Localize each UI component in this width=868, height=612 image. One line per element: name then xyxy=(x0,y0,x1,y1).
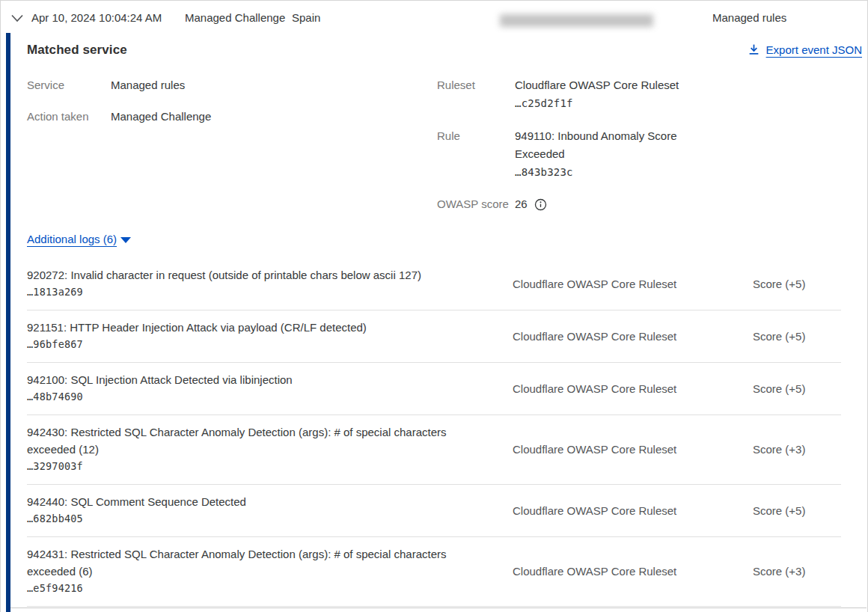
details-left-column: Service Managed rules Action taken Manag… xyxy=(27,76,211,139)
additional-logs-toggle[interactable]: Additional logs (6) xyxy=(27,233,131,245)
event-summary-row[interactable]: Apr 10, 2024 10:04:24 AM Managed Challen… xyxy=(1,1,867,33)
event-country: Spain xyxy=(292,10,320,25)
log-row: 942440: SQL Comment Sequence Detected …6… xyxy=(27,485,841,537)
log-rule-hash: …3297003f xyxy=(27,458,483,475)
log-ruleset: Cloudflare OWASP Core Ruleset xyxy=(513,504,753,517)
log-description: 942100: SQL Injection Attack Detected vi… xyxy=(27,371,483,388)
detail-row-rule: Rule 949110: Inbound Anomaly Score Excee… xyxy=(437,127,694,181)
redacted-host-value xyxy=(500,14,653,27)
log-row: 920272: Invalid character in request (ou… xyxy=(27,258,841,310)
log-rule-hash: …e5f94216 xyxy=(27,580,483,597)
log-score: Score (+5) xyxy=(753,382,841,395)
additional-logs-table: 920272: Invalid character in request (ou… xyxy=(27,258,841,607)
matched-service-panel: Matched service Export event JSON Servic… xyxy=(6,33,867,612)
detail-row-owasp-score: OWASP score 26 xyxy=(437,195,694,213)
log-row: 921151: HTTP Header Injection Attack via… xyxy=(27,310,841,363)
ruleset-hash: …c25d2f1f xyxy=(515,94,694,112)
log-description: 942431: Restricted SQL Character Anomaly… xyxy=(27,545,483,580)
rule-label: Rule xyxy=(437,127,515,181)
event-timestamp: Apr 10, 2024 10:04:24 AM xyxy=(31,10,162,25)
event-service: Managed rules xyxy=(712,10,786,25)
panel-title: Matched service xyxy=(27,43,127,58)
log-description: 921151: HTTP Header Injection Attack via… xyxy=(27,319,483,336)
log-rule-hash: …96bfe867 xyxy=(27,336,483,353)
action-taken-label: Action taken xyxy=(27,108,111,126)
details-right-column: Ruleset Cloudflare OWASP Core Ruleset …c… xyxy=(437,76,694,213)
log-ruleset: Cloudflare OWASP Core Ruleset xyxy=(513,278,753,290)
caret-down-icon xyxy=(120,237,131,243)
log-score: Score (+5) xyxy=(753,330,841,343)
info-icon[interactable] xyxy=(534,198,547,211)
panel-bottom-divider xyxy=(10,608,867,608)
log-ruleset: Cloudflare OWASP Core Ruleset xyxy=(513,443,753,456)
rule-value: 949110: Inbound Anomaly Score Exceeded xyxy=(515,127,694,163)
service-value: Managed rules xyxy=(111,76,185,94)
log-row: 942431: Restricted SQL Character Anomaly… xyxy=(27,537,841,607)
detail-row-action-taken: Action taken Managed Challenge xyxy=(27,108,211,126)
log-description: 942440: SQL Comment Sequence Detected xyxy=(27,493,483,510)
log-rule-hash: …48b74690 xyxy=(27,388,483,406)
rule-hash: …843b323c xyxy=(515,163,694,181)
log-score: Score (+3) xyxy=(753,565,841,578)
log-score: Score (+5) xyxy=(753,278,841,290)
action-taken-value: Managed Challenge xyxy=(111,108,211,126)
log-description: 920272: Invalid character in request (ou… xyxy=(27,266,483,284)
log-ruleset: Cloudflare OWASP Core Ruleset xyxy=(513,330,753,343)
owasp-score-value: 26 xyxy=(515,195,528,213)
download-icon xyxy=(748,43,760,56)
event-action: Managed Challenge xyxy=(185,10,285,25)
service-label: Service xyxy=(27,76,111,94)
chevron-down-icon[interactable] xyxy=(10,13,24,23)
ruleset-value: Cloudflare OWASP Core Ruleset xyxy=(515,76,694,94)
log-score: Score (+3) xyxy=(753,443,841,456)
log-row: 942430: Restricted SQL Character Anomaly… xyxy=(27,415,841,485)
log-ruleset: Cloudflare OWASP Core Ruleset xyxy=(513,565,753,578)
export-event-json-label: Export event JSON xyxy=(766,43,862,56)
export-event-json-link[interactable]: Export event JSON xyxy=(748,43,862,56)
log-ruleset: Cloudflare OWASP Core Ruleset xyxy=(513,382,753,395)
log-score: Score (+5) xyxy=(753,504,841,517)
log-description: 942430: Restricted SQL Character Anomaly… xyxy=(27,423,483,458)
additional-logs-label: Additional logs (6) xyxy=(27,233,117,245)
owasp-score-label: OWASP score xyxy=(437,195,515,213)
detail-row-service: Service Managed rules xyxy=(27,76,211,94)
log-rule-hash: …1813a269 xyxy=(27,284,483,301)
event-detail-page: Apr 10, 2024 10:04:24 AM Managed Challen… xyxy=(0,0,868,612)
ruleset-label: Ruleset xyxy=(437,76,515,112)
log-row: 942100: SQL Injection Attack Detected vi… xyxy=(27,363,841,415)
log-rule-hash: …682bb405 xyxy=(27,510,483,527)
detail-row-ruleset: Ruleset Cloudflare OWASP Core Ruleset …c… xyxy=(437,76,694,112)
